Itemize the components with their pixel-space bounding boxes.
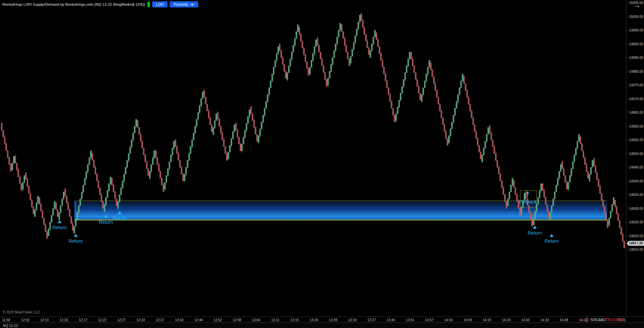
renko-brick [106, 197, 107, 204]
last-price-badge: 14917.25 [627, 241, 644, 246]
scroll-right-arrow-icon[interactable]: → [634, 1, 640, 9]
renko-brick [202, 92, 203, 99]
renko-brick [355, 36, 356, 42]
renko-brick [588, 171, 589, 178]
renko-brick [90, 151, 91, 158]
ninjatrader-window: ReturnReturnReturnReturnReturnReturnPull… [0, 0, 644, 328]
renko-brick [78, 206, 79, 213]
renko-brick [335, 44, 336, 51]
renko-brick [414, 66, 415, 72]
renko-brick [60, 206, 61, 213]
renko-brick [46, 232, 47, 238]
renko-brick [537, 197, 538, 204]
renko-brick [130, 147, 131, 153]
chart-header: RenkoKings LOFI Supply/Demand by RenkoKi… [2, 1, 198, 8]
renko-brick [75, 219, 76, 226]
renko-brick [299, 27, 300, 34]
lofi-button[interactable]: LOFI [152, 1, 167, 7]
renko-brick [18, 170, 19, 177]
return-arrow-icon [550, 234, 554, 237]
renko-brick [166, 175, 167, 182]
renko-brick [235, 124, 236, 130]
renko-brick [365, 34, 366, 41]
renko-brick [313, 53, 314, 60]
renko-brick [256, 134, 257, 141]
renko-brick [306, 62, 307, 68]
renko-brick [358, 22, 359, 29]
renko-brick [559, 171, 560, 178]
chart-plot-area[interactable]: ReturnReturnReturnReturnReturnReturnPull… [0, 0, 626, 316]
renko-brick [622, 235, 623, 241]
renko-brick [42, 211, 43, 218]
renko-brick [308, 69, 309, 75]
renko-brick [251, 107, 252, 114]
renko-brick [616, 207, 617, 214]
renko-brick [102, 201, 104, 208]
price-axis-tick [627, 44, 628, 44]
renko-brick [439, 104, 440, 111]
renko-brick [550, 213, 551, 219]
renko-brick [367, 41, 368, 48]
renko-brick [281, 51, 282, 58]
renko-brick [293, 45, 294, 52]
renko-brick [400, 93, 401, 100]
renko-brick [566, 182, 567, 189]
price-axis-label: 14960.00 [629, 124, 643, 128]
renko-brick [591, 167, 592, 174]
price-axis[interactable]: 15005.0015000.0014995.0014990.0014985.00… [627, 0, 644, 316]
renko-brick [586, 165, 587, 171]
renko-brick [27, 180, 28, 187]
renko-brick [83, 185, 84, 192]
renko-brick [618, 214, 619, 221]
renko-brick [248, 116, 249, 123]
renko-brick [575, 148, 576, 155]
renko-brick [602, 200, 603, 207]
renko-brick [321, 59, 322, 66]
renko-brick [433, 77, 434, 84]
renko-brick [210, 118, 211, 125]
instrument-tab[interactable]: NQ 12-23 [3, 324, 18, 328]
time-axis[interactable]: 11:5812:0212:1012:1512:1712:2212:2712:33… [0, 316, 644, 322]
renko-brick [1, 124, 2, 130]
renko-brick [30, 193, 31, 200]
renko-brick [479, 145, 480, 152]
renko-brick [258, 136, 259, 143]
renko-brick [560, 165, 561, 171]
proximity-button[interactable]: Proximity [170, 1, 198, 7]
price-axis-label: 14955.00 [629, 138, 643, 142]
return-label: Return [113, 216, 127, 221]
time-axis-label: 13:15 [291, 318, 299, 322]
renko-brick [145, 155, 146, 162]
price-axis-label: 14930.00 [629, 206, 643, 210]
renko-brick [346, 45, 347, 52]
renko-brick [219, 119, 220, 126]
renko-brick [309, 67, 310, 74]
renko-brick [397, 107, 398, 114]
renko-brick [74, 226, 75, 233]
renko-brick [9, 158, 10, 165]
price-axis-tick [627, 112, 628, 113]
ninjatrader-logo-icon [584, 318, 589, 322]
renko-brick [190, 147, 191, 153]
renko-brick [463, 77, 464, 84]
price-axis-tick [627, 140, 628, 140]
renko-brick [127, 160, 128, 167]
renko-brick [143, 148, 144, 155]
renko-brick [477, 138, 478, 145]
renko-brick [93, 160, 94, 167]
renko-brick [43, 218, 44, 225]
time-axis-label: 12:22 [98, 318, 107, 322]
renko-brick [87, 165, 88, 171]
renko-brick [494, 147, 495, 153]
return-arrow-icon [58, 220, 62, 223]
ninjatrader-logo: NINJATRADER [584, 318, 623, 322]
renko-brick [317, 38, 318, 45]
price-axis-label: 14925.00 [629, 220, 643, 224]
renko-brick [442, 118, 443, 125]
renko-brick [530, 213, 531, 219]
renko-brick [455, 108, 456, 115]
price-axis-label: 14995.00 [629, 28, 643, 32]
renko-brick [456, 102, 457, 108]
renko-brick [12, 163, 13, 170]
renko-brick [374, 30, 375, 37]
